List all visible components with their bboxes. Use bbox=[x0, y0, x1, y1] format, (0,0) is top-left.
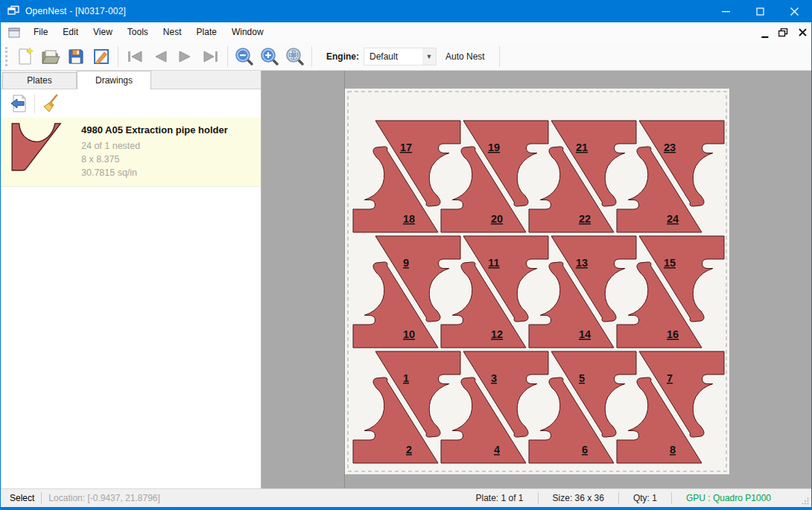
close-button[interactable] bbox=[777, 0, 811, 22]
toolbar-separator bbox=[118, 46, 118, 67]
sidebar: Plates Drawings bbox=[1, 71, 261, 488]
part-number-label: 3 bbox=[491, 372, 497, 384]
window-title: OpenNest - [N0317-002] bbox=[25, 6, 126, 16]
go-first-icon bbox=[126, 50, 144, 63]
toolbar-grip[interactable] bbox=[5, 47, 8, 66]
menu-item-view[interactable]: View bbox=[86, 22, 120, 42]
sidebar-tabs: Plates Drawings bbox=[1, 71, 261, 89]
menu-item-window[interactable]: Window bbox=[224, 22, 271, 42]
drawing-title: 4980 A05 Extraction pipe holder bbox=[81, 124, 228, 136]
tab-drawings[interactable]: Drawings bbox=[77, 71, 151, 89]
part-number-label: 12 bbox=[491, 328, 503, 340]
part-number-label: 4 bbox=[494, 444, 500, 456]
maximize-icon bbox=[756, 7, 764, 16]
toolbar-separator bbox=[34, 94, 35, 113]
save-button[interactable] bbox=[63, 45, 89, 68]
go-first-button[interactable] bbox=[122, 45, 148, 68]
child-restore-button[interactable] bbox=[778, 28, 788, 37]
zoom-out-icon bbox=[235, 47, 254, 66]
statusbar-separator bbox=[538, 492, 539, 504]
part-number-label: 11 bbox=[488, 257, 499, 269]
part-number-label: 6 bbox=[582, 444, 588, 456]
minimize-icon bbox=[722, 7, 730, 16]
part-thumbnail bbox=[11, 123, 68, 173]
menu-item-nest[interactable]: Nest bbox=[156, 22, 189, 42]
app-icon bbox=[7, 5, 19, 17]
save-as-button[interactable] bbox=[89, 45, 114, 68]
part-number-label: 5 bbox=[579, 372, 585, 384]
part-number-label: 17 bbox=[400, 141, 412, 153]
close-icon bbox=[790, 7, 799, 16]
minimize-button[interactable] bbox=[708, 0, 743, 22]
clean-icon bbox=[42, 94, 60, 113]
toolbar-separator bbox=[499, 46, 500, 67]
part-number-label: 2 bbox=[406, 444, 412, 456]
drawing-list-item[interactable]: 4980 A05 Extraction pipe holder 24 of 1 … bbox=[1, 118, 261, 187]
go-previous-button[interactable] bbox=[148, 45, 173, 68]
part-number-label: 19 bbox=[488, 141, 500, 153]
drawing-area: 30.7815 sq/in bbox=[81, 166, 228, 179]
menu-item-file[interactable]: File bbox=[26, 22, 55, 42]
title-bar: OpenNest - [N0317-002] bbox=[1, 0, 811, 22]
main-toolbar: Engine: Default ▼ Auto Nest bbox=[1, 42, 811, 71]
drawing-size: 8 x 8.375 bbox=[81, 153, 228, 166]
part-number-label: 9 bbox=[403, 257, 409, 269]
plate-qty: Qty: 1 bbox=[626, 493, 664, 503]
go-next-icon bbox=[177, 50, 194, 63]
zoom-fit-button[interactable] bbox=[282, 45, 308, 68]
save-as-icon bbox=[92, 48, 110, 66]
new-file-icon bbox=[16, 47, 34, 66]
toolbar-separator bbox=[227, 46, 228, 67]
menu-item-plate[interactable]: Plate bbox=[189, 22, 224, 42]
drawings-toolbar bbox=[1, 89, 261, 118]
part-number-label: 13 bbox=[576, 257, 588, 269]
part-number-label: 20 bbox=[491, 213, 503, 225]
new-file-button[interactable] bbox=[13, 45, 38, 68]
part-number-label: 22 bbox=[579, 213, 591, 225]
engine-value: Default bbox=[369, 51, 398, 62]
open-file-button[interactable] bbox=[38, 45, 63, 68]
document-window-icon bbox=[8, 28, 20, 38]
open-file-icon bbox=[41, 48, 60, 66]
plate-size: Size: 36 x 36 bbox=[545, 493, 612, 503]
menu-item-edit[interactable]: Edit bbox=[55, 22, 86, 42]
drawing-nested-count: 24 of 1 nested bbox=[81, 139, 228, 153]
tab-plates[interactable]: Plates bbox=[2, 72, 77, 89]
child-minimize-button[interactable]: ▁ bbox=[762, 29, 768, 36]
menu-item-tools[interactable]: Tools bbox=[120, 22, 156, 42]
statusbar-separator bbox=[671, 492, 672, 504]
import-drawing-icon bbox=[10, 94, 28, 113]
part-number-label: 7 bbox=[667, 372, 673, 384]
part-number-label: 14 bbox=[579, 328, 591, 340]
child-close-button[interactable] bbox=[799, 28, 807, 36]
auto-nest-button[interactable]: Auto Nest bbox=[445, 51, 485, 62]
statusbar-separator bbox=[618, 492, 619, 504]
part-number-label: 16 bbox=[667, 328, 679, 340]
plate-count: Plate: 1 of 1 bbox=[468, 493, 530, 503]
nest-canvas[interactable]: 171819202122232491011121314151612345678 bbox=[261, 71, 811, 488]
engine-select[interactable]: Default ▼ bbox=[364, 48, 437, 66]
menu-bar: File Edit View Tools Nest Plate Window ▁ bbox=[1, 22, 811, 42]
go-last-button[interactable] bbox=[198, 45, 223, 68]
import-drawing-button[interactable] bbox=[7, 92, 31, 115]
zoom-out-button[interactable] bbox=[232, 45, 257, 68]
maximize-button[interactable] bbox=[743, 0, 777, 22]
statusbar-separator bbox=[41, 492, 42, 504]
plate-svg[interactable]: 171819202122232491011121314151612345678 bbox=[345, 89, 729, 474]
chevron-down-icon: ▼ bbox=[422, 48, 436, 65]
zoom-in-button[interactable] bbox=[257, 45, 282, 68]
gpu-indicator: GPU : Quadro P1000 bbox=[679, 493, 778, 503]
part-number-label: 21 bbox=[576, 141, 588, 153]
engine-label: Engine: bbox=[326, 51, 359, 62]
clean-button[interactable] bbox=[39, 92, 63, 115]
go-previous-icon bbox=[152, 50, 168, 63]
part-number-label: 23 bbox=[664, 141, 676, 153]
part-number-label: 8 bbox=[670, 444, 676, 456]
part-number-label: 10 bbox=[403, 328, 415, 340]
resize-grip[interactable] bbox=[802, 497, 809, 505]
part-number-label: 18 bbox=[403, 213, 415, 225]
status-bar: Select Location: [-0.9437, 21.8796] Plat… bbox=[1, 488, 811, 507]
part-number-label: 24 bbox=[667, 213, 679, 225]
go-next-button[interactable] bbox=[173, 45, 198, 68]
zoom-fit-icon bbox=[285, 47, 305, 66]
